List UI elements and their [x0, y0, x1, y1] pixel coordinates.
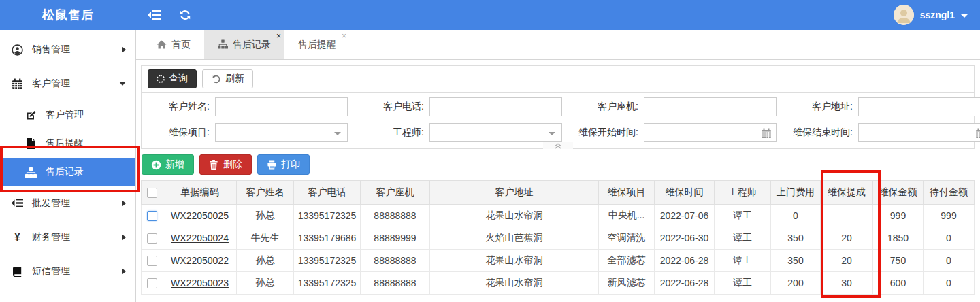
edit-icon [25, 110, 37, 121]
chevron-right-icon [122, 46, 126, 53]
document-link[interactable]: WX22050024 [171, 233, 229, 244]
table-row: WX22050023 孙总 13395172325 88888888 花果山水帘… [142, 272, 975, 295]
calendar-icon [975, 128, 980, 139]
sidebar-item-wholesale[interactable]: 批发管理 [0, 186, 135, 220]
sidebar-item-finance[interactable]: ¥ 财务管理 [0, 220, 135, 254]
chevron-right-icon [122, 268, 126, 275]
action-toolbar: 新增 删除 打印 [142, 154, 975, 175]
yen-icon: ¥ [12, 232, 23, 244]
engineer-select[interactable] [429, 123, 562, 142]
field-maintenance-start: 维保开始时间: [572, 123, 786, 142]
select-all-header [142, 181, 163, 205]
sidebar-item-sms[interactable]: 短信管理 [0, 254, 135, 288]
sidebar-item-label: 客户管理 [46, 109, 126, 121]
chevron-down-icon [549, 132, 555, 135]
customer-landline-input[interactable] [644, 97, 777, 116]
table-row: WX22050024 牛先生 13395179686 88889999 火焰山芭… [142, 227, 975, 250]
delete-button[interactable]: 删除 [199, 154, 252, 175]
printer-icon [267, 160, 277, 170]
sidebar-toggle-icon[interactable] [147, 9, 161, 21]
sidebar-item-label: 销售管理 [32, 44, 113, 56]
tab-aftersales-reminder[interactable]: 售后提醒 × [284, 30, 350, 59]
list-icon [12, 198, 23, 209]
sidebar-item-label: 售后提醒 [46, 137, 126, 150]
close-icon[interactable]: × [342, 32, 346, 40]
trash-icon [209, 160, 219, 170]
customer-name-input[interactable] [215, 97, 348, 116]
panel-collapse-handle[interactable] [543, 142, 573, 149]
topbar: 松鼠售后 sszngl1 [0, 0, 980, 30]
user-circle-icon [12, 44, 23, 56]
app-title: 松鼠售后 [0, 7, 136, 23]
field-customer-name: 客户姓名: [143, 97, 357, 116]
sidebar-item-customers[interactable]: 客户管理 [0, 67, 135, 101]
column-header: 客户姓名 [237, 181, 294, 205]
search-button[interactable]: 查询 [148, 69, 197, 88]
field-engineer: 工程师: [357, 123, 572, 142]
refresh-button[interactable]: 刷新 [202, 69, 253, 88]
table-row: WX22050025 孙总 13395172325 88888888 花果山水帘… [142, 205, 975, 227]
row-checkbox[interactable] [147, 233, 157, 244]
sidebar-item-label: 售后记录 [46, 166, 126, 178]
row-checkbox[interactable] [147, 256, 157, 266]
home-icon [157, 39, 167, 50]
undo-icon [211, 74, 221, 84]
customer-phone-input[interactable] [429, 97, 562, 116]
user-menu[interactable]: sszngl1 [894, 5, 980, 25]
column-header: 维保时间 [655, 181, 715, 205]
maintenance-start-input[interactable] [644, 123, 777, 142]
plus-circle-icon [151, 160, 161, 170]
tab-label: 售后提醒 [298, 39, 336, 51]
column-header: 客户座机 [361, 181, 430, 205]
select-all-checkbox[interactable] [147, 188, 157, 198]
field-customer-phone: 客户电话: [357, 97, 572, 116]
records-table: 单据编码 客户姓名 客户电话 客户座机 客户地址 维保项目 维保时间 工程师 上… [141, 180, 975, 295]
field-maintenance-end: 维保结束时间: [786, 123, 980, 142]
chevron-down-icon [119, 82, 126, 86]
sidebar-item-label: 客户管理 [32, 78, 110, 90]
customer-address-input[interactable] [858, 97, 980, 116]
field-maintenance-project: 维保项目: [143, 123, 357, 142]
chevron-down-icon [334, 132, 341, 135]
column-header: 待付金额 [924, 181, 975, 205]
sidebar-subitem-aftersales-records[interactable]: 售后记录 [0, 158, 135, 186]
maintenance-project-select[interactable] [215, 123, 348, 142]
username: sszngl1 [920, 10, 955, 20]
document-link[interactable]: WX22050023 [171, 278, 229, 288]
column-header: 客户电话 [294, 181, 361, 205]
spinner-icon [157, 75, 165, 83]
refresh-icon[interactable] [178, 9, 192, 21]
column-header: 维保金额 [873, 181, 924, 205]
print-button[interactable]: 打印 [257, 154, 310, 175]
sidebar-subitem-customer-mgmt[interactable]: 客户管理 [0, 101, 135, 129]
column-header: 单据编码 [163, 181, 237, 205]
sidebar-subitem-aftersales-reminder[interactable]: 售后提醒 [0, 129, 135, 158]
calendar-icon [12, 78, 23, 90]
document-link[interactable]: WX22050025 [171, 210, 229, 221]
row-checkbox[interactable] [147, 278, 157, 288]
sidebar-item-label: 批发管理 [32, 197, 113, 209]
avatar [894, 5, 914, 25]
document-link[interactable]: WX22050022 [171, 255, 229, 266]
add-button[interactable]: 新增 [142, 154, 194, 175]
chevron-down-icon [961, 14, 968, 18]
row-checkbox[interactable] [147, 211, 157, 221]
close-icon[interactable]: × [276, 32, 281, 40]
sidebar-item-sales[interactable]: 销售管理 [0, 33, 135, 67]
sitemap-icon [25, 167, 37, 178]
field-customer-landline: 客户座机: [572, 97, 786, 116]
column-header: 维保提成 [821, 181, 873, 205]
column-header: 工程师 [715, 181, 771, 205]
query-panel: 查询 刷新 客户姓名: 客户电话: [141, 65, 975, 149]
sidebar: 销售管理 客户管理 客户管理 售后提醒 售后记录 [0, 30, 136, 302]
tab-home[interactable]: 首页 [143, 30, 204, 59]
tab-label: 售后记录 [233, 39, 271, 51]
tabbar: 首页 售后记录 × 售后提醒 × [136, 30, 980, 60]
file-icon [25, 138, 37, 150]
tab-aftersales-records[interactable]: 售后记录 × [204, 30, 284, 59]
column-header: 上门费用 [771, 181, 821, 205]
chevron-right-icon [122, 234, 126, 241]
maintenance-end-input[interactable] [858, 123, 980, 142]
sidebar-item-label: 财务管理 [32, 231, 113, 244]
column-header: 客户地址 [430, 181, 599, 205]
